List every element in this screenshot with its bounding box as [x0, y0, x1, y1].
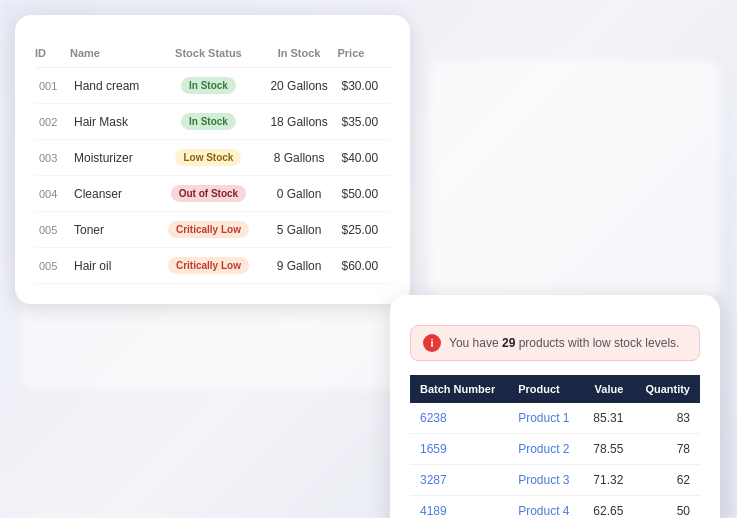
cell-batch: 6238	[410, 403, 508, 434]
stock-list-card: ID Name Stock Status In Stock Price 001 …	[15, 15, 410, 304]
cell-qty: 50	[633, 496, 700, 519]
cell-price: $30.00	[337, 68, 390, 104]
alert-col-quantity: Quantity	[633, 375, 700, 403]
stock-table-header-row: ID Name Stock Status In Stock Price	[35, 47, 390, 68]
alert-table-row: 3287 Product 3 71.32 62	[410, 465, 700, 496]
cell-id: 005	[35, 212, 70, 248]
cell-id: 005	[35, 248, 70, 284]
status-badge: Critically Low	[168, 221, 249, 238]
cell-status: Low Stock	[156, 140, 261, 176]
cell-batch: 1659	[410, 434, 508, 465]
alert-message: You have 29 products with low stock leve…	[449, 336, 679, 350]
cell-quantity: 0 Gallon	[261, 176, 338, 212]
status-badge: Low Stock	[175, 149, 241, 166]
table-row: 001 Hand cream In Stock 20 Gallons $30.0…	[35, 68, 390, 104]
cell-quantity: 8 Gallons	[261, 140, 338, 176]
cell-id: 004	[35, 176, 70, 212]
alert-table-row: 4189 Product 4 62.65 50	[410, 496, 700, 519]
cell-batch: 4189	[410, 496, 508, 519]
col-header-id: ID	[35, 47, 70, 68]
alert-col-value: Value	[582, 375, 634, 403]
status-badge: Critically Low	[168, 257, 249, 274]
cell-price: $50.00	[337, 176, 390, 212]
cell-name: Hair Mask	[70, 104, 156, 140]
cell-product: Product 1	[508, 403, 582, 434]
cell-price: $25.00	[337, 212, 390, 248]
cell-status: Out of Stock	[156, 176, 261, 212]
status-badge: In Stock	[181, 113, 236, 130]
cell-price: $40.00	[337, 140, 390, 176]
cell-id: 003	[35, 140, 70, 176]
status-badge: In Stock	[181, 77, 236, 94]
table-row: 004 Cleanser Out of Stock 0 Gallon $50.0…	[35, 176, 390, 212]
cell-qty: 83	[633, 403, 700, 434]
cell-id: 001	[35, 68, 70, 104]
cell-status: Critically Low	[156, 248, 261, 284]
alert-col-batch: Batch Number	[410, 375, 508, 403]
cell-name: Moisturizer	[70, 140, 156, 176]
alert-col-product: Product	[508, 375, 582, 403]
cell-name: Cleanser	[70, 176, 156, 212]
cell-id: 002	[35, 104, 70, 140]
bg-decorative-card-1	[430, 60, 720, 300]
alert-banner: i You have 29 products with low stock le…	[410, 325, 700, 361]
cell-price: $35.00	[337, 104, 390, 140]
cell-name: Hair oil	[70, 248, 156, 284]
cell-name: Toner	[70, 212, 156, 248]
table-row: 005 Toner Critically Low 5 Gallon $25.00	[35, 212, 390, 248]
alert-table-row: 1659 Product 2 78.55 78	[410, 434, 700, 465]
cell-quantity: 20 Gallons	[261, 68, 338, 104]
cell-qty: 62	[633, 465, 700, 496]
cell-product: Product 2	[508, 434, 582, 465]
cell-status: In Stock	[156, 68, 261, 104]
col-header-status: Stock Status	[156, 47, 261, 68]
cell-value: 62.65	[582, 496, 634, 519]
cell-quantity: 5 Gallon	[261, 212, 338, 248]
alert-table-header-row: Batch Number Product Value Quantity	[410, 375, 700, 403]
col-header-name: Name	[70, 47, 156, 68]
alert-table: Batch Number Product Value Quantity 6238…	[410, 375, 700, 518]
alert-count: 29	[502, 336, 515, 350]
cell-qty: 78	[633, 434, 700, 465]
table-row: 002 Hair Mask In Stock 18 Gallons $35.00	[35, 104, 390, 140]
col-header-instock: In Stock	[261, 47, 338, 68]
alert-table-row: 6238 Product 1 85.31 83	[410, 403, 700, 434]
cell-value: 78.55	[582, 434, 634, 465]
stock-table: ID Name Stock Status In Stock Price 001 …	[35, 47, 390, 284]
status-badge: Out of Stock	[171, 185, 246, 202]
cell-quantity: 18 Gallons	[261, 104, 338, 140]
cell-status: Critically Low	[156, 212, 261, 248]
cell-product: Product 4	[508, 496, 582, 519]
cell-product: Product 3	[508, 465, 582, 496]
table-row: 003 Moisturizer Low Stock 8 Gallons $40.…	[35, 140, 390, 176]
cell-value: 85.31	[582, 403, 634, 434]
table-row: 005 Hair oil Critically Low 9 Gallon $60…	[35, 248, 390, 284]
cell-price: $60.00	[337, 248, 390, 284]
cell-quantity: 9 Gallon	[261, 248, 338, 284]
alert-icon: i	[423, 334, 441, 352]
cell-name: Hand cream	[70, 68, 156, 104]
stock-alert-card: i You have 29 products with low stock le…	[390, 295, 720, 518]
cell-batch: 3287	[410, 465, 508, 496]
cell-status: In Stock	[156, 104, 261, 140]
col-header-price: Price	[337, 47, 390, 68]
cell-value: 71.32	[582, 465, 634, 496]
